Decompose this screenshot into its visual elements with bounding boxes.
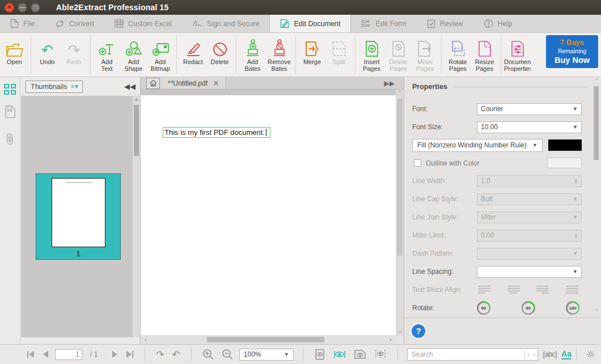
tab-file[interactable]: File	[0, 15, 45, 32]
tab-help[interactable]: Help	[473, 15, 523, 32]
tab-convert-label: Convert	[69, 20, 94, 28]
toolbar-separator	[236, 36, 236, 74]
brightness-icon[interactable]: ☼	[586, 348, 595, 361]
match-case-button[interactable]: Aa	[561, 350, 572, 359]
help-button[interactable]: ?	[412, 324, 425, 338]
attachments-icon[interactable]	[4, 132, 16, 146]
text-block-align-row: Text Block Align:	[412, 281, 582, 299]
close-window-icon[interactable]: ✕	[5, 3, 14, 12]
buy-now-button[interactable]: 7 Days Remaining Buy Now	[546, 35, 598, 68]
properties-scrollbar[interactable]: ⌃ ⌄	[592, 77, 600, 344]
undo-button[interactable]: ↶ Undo	[34, 37, 61, 73]
font-size-select[interactable]: 10.00▼	[477, 121, 582, 133]
undo-icon: ↶	[41, 43, 54, 57]
rotate-counterclockwise-icon[interactable]: ↶	[171, 349, 182, 360]
page-number-input[interactable]	[55, 349, 82, 360]
fill-rule-select[interactable]: Fill (Nonzero Winding Number Rule)▼	[412, 139, 543, 152]
merge-icon	[304, 40, 321, 57]
scrollbar-thumb[interactable]	[207, 337, 324, 342]
move-pages-icon	[417, 40, 434, 57]
resize-pages-button[interactable]: Resize Pages	[471, 37, 498, 73]
add-shape-icon	[125, 40, 143, 57]
font-row: Font: Courier▼	[412, 100, 582, 118]
zoom-level-select[interactable]: 100%▼	[239, 349, 294, 361]
close-tab-icon[interactable]: ✕	[213, 79, 219, 87]
tab-custom-excel[interactable]: Custom Excel	[104, 15, 182, 32]
thumbnail-scrollbar[interactable]: ▲	[133, 96, 140, 337]
tab-custom-excel-label: Custom Excel	[128, 20, 172, 28]
tab-convert[interactable]: Convert	[45, 15, 104, 32]
add-shape-button[interactable]: Add Shape	[120, 37, 147, 73]
rotate-180-button[interactable]: 180	[566, 301, 579, 315]
facing-pages-view-icon[interactable]	[352, 349, 368, 360]
chevron-down-icon: ▼	[573, 196, 578, 202]
tab-overflow-icon[interactable]: ▶▶	[384, 79, 395, 87]
open-button[interactable]: Open	[1, 37, 28, 73]
document-tab-untitled[interactable]: **Untitled.pdf ✕	[160, 77, 226, 89]
match-whole-word-button[interactable]: [abc]	[543, 350, 557, 358]
tab-edit-document[interactable]: Edit Document	[269, 15, 351, 32]
collapse-panel-icon[interactable]: ◀◀	[124, 82, 136, 91]
rotate-clockwise-icon[interactable]: ↷	[154, 349, 166, 360]
spinner-arrows-icon: ▲▼	[574, 178, 578, 184]
text-edit-box[interactable]: This is my first PDF document.	[163, 127, 270, 138]
toolbar-separator	[31, 36, 31, 74]
thumbnail-list[interactable]: 1 ▲	[21, 96, 140, 337]
zoom-out-icon[interactable]	[220, 349, 235, 360]
single-page-view-icon[interactable]	[312, 349, 327, 360]
search-previous-icon[interactable]: ‹	[527, 350, 530, 359]
insert-pages-button[interactable]: Insert Pages	[358, 37, 385, 73]
fill-color-swatch[interactable]	[548, 139, 582, 151]
home-tab[interactable]	[146, 78, 160, 89]
thumbnails-view-icon[interactable]	[4, 84, 16, 95]
thumbnails-dropdown-button[interactable]: Thumbnails ≡ ▾	[26, 81, 83, 93]
redo-button: ↷ Redo	[61, 37, 87, 73]
maximize-window-icon[interactable]: □	[31, 3, 40, 12]
zoom-in-icon[interactable]	[201, 349, 215, 360]
delete-button[interactable]: Delete	[206, 37, 233, 73]
miter-limit-row: Miter Limit: 0.00▲▼	[412, 226, 582, 244]
fill-rule-row: Fill (Nonzero Winding Number Rule)▼	[412, 136, 582, 154]
minimize-window-icon[interactable]: —	[18, 3, 27, 12]
font-select[interactable]: Courier▼	[477, 103, 582, 115]
pdf-page[interactable]: This is my first PDF document.	[141, 95, 396, 335]
search-input[interactable]	[408, 350, 524, 358]
dash-pattern-label: Dash Pattern:	[412, 249, 477, 257]
document-vertical-scrollbar[interactable]: ⌃ ⌄	[396, 90, 404, 335]
previous-page-button[interactable]	[41, 349, 50, 360]
properties-panel: Properties Font: Courier▼ Font Size: 10.…	[404, 77, 601, 344]
document-properties-button[interactable]: Document Properties	[504, 37, 531, 73]
first-page-button[interactable]	[25, 349, 36, 360]
tab-review[interactable]: Review	[417, 15, 473, 32]
last-page-button[interactable]	[124, 349, 136, 360]
rotate-90-ccw-button[interactable]: 90	[477, 301, 490, 315]
document-horizontal-scrollbar[interactable]: ‹ ›	[141, 335, 396, 344]
miter-limit-value: 0.00	[481, 231, 494, 239]
search-next-icon[interactable]: ›	[533, 350, 535, 359]
add-bitmap-button[interactable]: Add Bitmap	[147, 37, 173, 73]
continuous-view-icon[interactable]	[332, 349, 348, 360]
add-text-button[interactable]: Add Text	[94, 37, 120, 73]
scrollbar-thumb[interactable]	[134, 105, 139, 156]
line-spacing-select[interactable]: ▼	[477, 266, 582, 278]
merge-button[interactable]: Merge	[299, 37, 325, 73]
next-page-button[interactable]	[110, 349, 120, 360]
scroll-left-icon[interactable]: ‹	[141, 336, 151, 344]
rotate-90-cw-button[interactable]: 90	[522, 301, 535, 315]
bookmarks-icon[interactable]	[4, 105, 16, 118]
remove-bates-numbering-button[interactable]: Remove Bates Numbering	[266, 37, 293, 73]
tab-edit-form[interactable]: Edit Form	[351, 15, 416, 32]
redact-button[interactable]: Redact	[180, 37, 206, 73]
tab-sign-and-secure[interactable]: Sign and Secure	[182, 15, 269, 32]
outline-with-color-checkbox[interactable]	[414, 159, 421, 167]
rotate-pages-button[interactable]: Rotate Pages	[445, 37, 471, 73]
scrollbar-thumb[interactable]	[594, 86, 599, 160]
add-bates-numbering-button[interactable]: Add Bates Numbering	[239, 37, 266, 73]
scrollbar-thumb[interactable]	[397, 99, 403, 256]
continuous-facing-view-icon[interactable]	[373, 349, 388, 360]
file-icon	[10, 19, 19, 28]
remove-bates-stamp-icon	[272, 39, 287, 57]
scroll-right-icon[interactable]: ›	[386, 336, 396, 344]
text-block-align-label: Text Block Align:	[412, 286, 477, 294]
thumbnail-page-1-selected[interactable]: 1	[36, 173, 121, 260]
